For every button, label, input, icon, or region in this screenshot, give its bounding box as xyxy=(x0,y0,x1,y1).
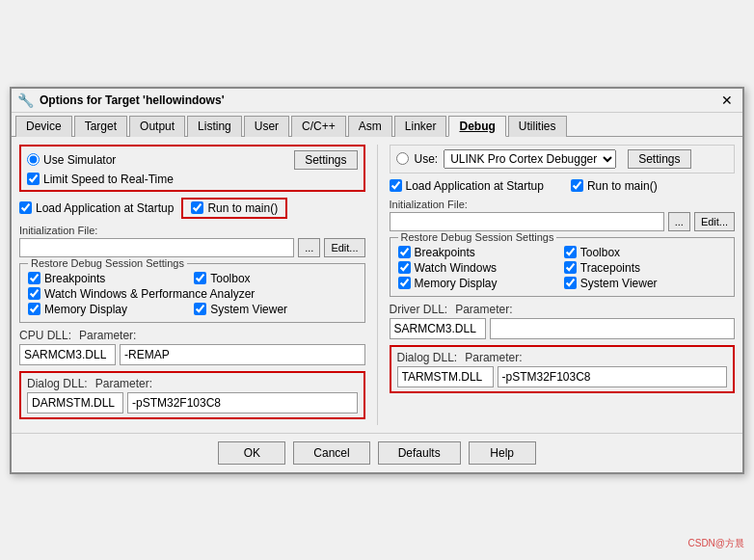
tab-user[interactable]: User xyxy=(244,116,289,137)
use-simulator-label: Use Simulator xyxy=(43,153,116,167)
right-init-input[interactable] xyxy=(390,212,664,231)
right-dialog-param-label: Parameter: xyxy=(465,351,522,364)
left-load-app-checkbox[interactable] xyxy=(19,201,32,214)
tab-target[interactable]: Target xyxy=(74,116,127,137)
ulink-select[interactable]: ULINK Pro Cortex Debugger xyxy=(444,149,616,169)
left-run-to-main-checkbox[interactable] xyxy=(191,201,203,214)
tab-debug[interactable]: Debug xyxy=(448,116,505,137)
left-init-input[interactable] xyxy=(19,238,294,257)
bottom-bar: OK Cancel Defaults Help xyxy=(12,433,742,472)
right-column: Use: ULINK Pro Cortex Debugger Settings … xyxy=(390,145,736,425)
left-sysviewer-checkbox[interactable] xyxy=(194,303,206,315)
left-dll-section: CPU DLL: Parameter: xyxy=(19,329,365,365)
main-window: 🔧 Options for Target 'hellowindows' ✕ De… xyxy=(10,87,744,474)
left-run-to-main-label: Run to main() xyxy=(207,201,278,215)
left-startup-section: Load Application at Startup Run to main(… xyxy=(19,198,365,219)
right-cb-sysviewer: System Viewer xyxy=(564,277,726,290)
right-init-row: ... Edit... xyxy=(390,212,736,231)
right-driver-dll-input[interactable] xyxy=(390,318,486,339)
tab-utilities[interactable]: Utilities xyxy=(508,116,567,137)
ulink-box: Use: ULINK Pro Cortex Debugger Settings xyxy=(390,145,736,173)
left-cpu-dll-labels: CPU DLL: Parameter: xyxy=(19,329,365,342)
right-load-app-label: Load Application at Startup xyxy=(406,179,544,193)
left-cpu-dll-label: CPU DLL: xyxy=(19,329,71,342)
right-run-to-main-row: Run to main() xyxy=(571,179,658,193)
limit-speed-row: Limit Speed to Real-Time xyxy=(27,173,358,186)
right-cb-toolbox: Toolbox xyxy=(564,246,726,259)
right-driver-param-input[interactable] xyxy=(490,318,736,339)
left-breakpoints-label: Breakpoints xyxy=(44,272,105,285)
left-startup-row: Load Application at Startup Run to main(… xyxy=(19,198,365,219)
left-cpu-param-label: Parameter: xyxy=(79,329,136,342)
ulink-settings-button[interactable]: Settings xyxy=(628,149,690,169)
defaults-button[interactable]: Defaults xyxy=(378,441,461,465)
tab-listing[interactable]: Listing xyxy=(187,116,242,137)
content-area: Use Simulator Settings Limit Speed to Re… xyxy=(12,137,742,433)
left-cpu-dll-input[interactable] xyxy=(19,344,116,365)
column-divider xyxy=(377,145,378,425)
left-dialog-dll-input[interactable] xyxy=(27,392,123,413)
right-dialog-param-input[interactable] xyxy=(498,366,728,387)
tab-device[interactable]: Device xyxy=(15,116,72,137)
right-cb-tracepoints: Tracepoints xyxy=(564,261,726,275)
close-button[interactable]: ✕ xyxy=(717,93,737,108)
right-toolbox-checkbox[interactable] xyxy=(564,246,577,258)
left-cpu-param-input[interactable] xyxy=(120,344,365,365)
ok-button[interactable]: OK xyxy=(218,441,285,465)
title-bar: 🔧 Options for Target 'hellowindows' ✕ xyxy=(12,89,742,113)
left-dialog-dll-label: Dialog DLL: xyxy=(27,377,88,390)
right-startup-row: Load Application at Startup Run to main(… xyxy=(390,179,736,193)
left-cb-watch: Watch Windows & Performance Analyzer xyxy=(28,287,357,301)
right-breakpoints-checkbox[interactable] xyxy=(398,246,411,258)
left-browse-button[interactable]: ... xyxy=(298,238,320,257)
left-cb-sysviewer: System Viewer xyxy=(194,303,356,316)
right-run-to-main-checkbox[interactable] xyxy=(571,179,583,192)
left-memory-checkbox[interactable] xyxy=(28,303,40,315)
simulator-box: Use Simulator Settings Limit Speed to Re… xyxy=(19,145,365,192)
use-simulator-radio[interactable] xyxy=(27,153,40,166)
tab-asm[interactable]: Asm xyxy=(348,116,392,137)
help-button[interactable]: Help xyxy=(469,441,536,465)
cancel-button[interactable]: Cancel xyxy=(293,441,369,465)
right-cb-breakpoints: Breakpoints xyxy=(398,246,560,259)
left-load-app-label: Load Application at Startup xyxy=(36,201,174,215)
left-init-label: Initialization File: xyxy=(19,225,365,236)
left-toolbox-checkbox[interactable] xyxy=(194,272,206,284)
right-restore-grid: Breakpoints Toolbox Watch Windows T xyxy=(398,246,727,290)
left-watch-label: Watch Windows & Performance Analyzer xyxy=(44,287,255,301)
right-dialog-dll-input[interactable] xyxy=(397,366,494,387)
simulator-settings-button[interactable]: Settings xyxy=(294,150,357,170)
left-breakpoints-checkbox[interactable] xyxy=(28,272,40,284)
use-ulink-radio[interactable] xyxy=(396,152,409,165)
right-sysviewer-checkbox[interactable] xyxy=(564,277,577,289)
tab-linker[interactable]: Linker xyxy=(394,116,447,137)
left-cb-breakpoints: Breakpoints xyxy=(28,272,190,285)
right-edit-button[interactable]: Edit... xyxy=(694,212,735,231)
right-memory-checkbox[interactable] xyxy=(398,277,411,289)
tab-cpp[interactable]: C/C++ xyxy=(291,116,346,137)
left-dialog-param-input[interactable] xyxy=(127,392,358,413)
left-column: Use Simulator Settings Limit Speed to Re… xyxy=(19,145,365,425)
right-tracepoints-checkbox[interactable] xyxy=(564,261,577,274)
right-load-app-row: Load Application at Startup xyxy=(390,179,544,193)
left-load-app-row: Load Application at Startup xyxy=(19,201,174,215)
right-driver-param-label: Parameter: xyxy=(455,303,512,316)
left-edit-button[interactable]: Edit... xyxy=(324,238,364,257)
right-dialog-dll-box: Dialog DLL: Parameter: xyxy=(390,345,736,393)
left-dialog-dll-section: Dialog DLL: Parameter: xyxy=(19,371,365,419)
left-restore-grid: Breakpoints Toolbox Watch Windows & Perf… xyxy=(28,272,357,316)
left-dialog-param-label: Parameter: xyxy=(95,377,152,390)
right-load-app-checkbox[interactable] xyxy=(390,179,402,192)
right-run-to-main-label: Run to main() xyxy=(587,179,658,193)
limit-speed-checkbox[interactable] xyxy=(27,173,40,185)
right-watch-label: Watch Windows xyxy=(415,261,498,275)
left-watch-checkbox[interactable] xyxy=(28,287,40,300)
right-dialog-dll-inputs xyxy=(397,366,728,387)
left-cpu-dll-col: CPU DLL: Parameter: xyxy=(19,329,365,365)
left-memory-label: Memory Display xyxy=(44,303,127,316)
right-browse-button[interactable]: ... xyxy=(668,212,690,231)
tab-output[interactable]: Output xyxy=(129,116,185,137)
right-watch-checkbox[interactable] xyxy=(398,261,411,274)
watermark: CSDN@方晨 xyxy=(688,537,745,550)
right-driver-dll-labels: Driver DLL: Parameter: xyxy=(390,303,736,316)
